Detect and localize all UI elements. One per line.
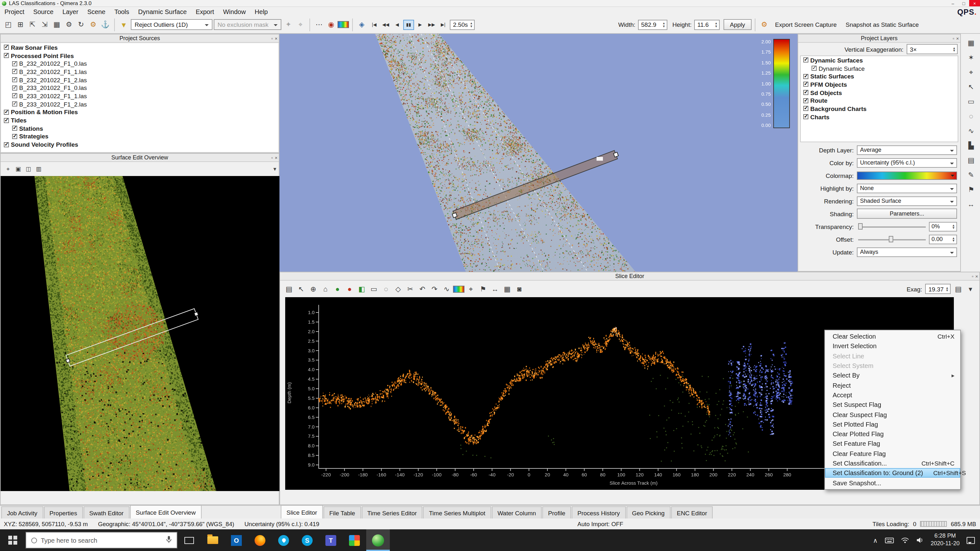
- teams-icon[interactable]: T: [319, 529, 343, 551]
- outlook-icon[interactable]: O: [224, 529, 248, 551]
- box-select-icon[interactable]: ◫: [24, 164, 33, 174]
- panel-tab[interactable]: Process History: [572, 507, 625, 518]
- checkbox-checked-icon[interactable]: [12, 77, 17, 82]
- context-menu-item[interactable]: Set Feature Flag: [825, 439, 960, 449]
- checkbox-checked-icon[interactable]: [4, 118, 9, 123]
- tree-item[interactable]: Raw Sonar Files: [1, 43, 278, 51]
- file-explorer-icon[interactable]: [201, 529, 224, 551]
- select-accept-icon[interactable]: ◧: [356, 283, 368, 295]
- context-menu-item[interactable]: Save Snapshot...: [825, 478, 960, 488]
- field-dropdown[interactable]: Always: [857, 247, 957, 257]
- target-icon[interactable]: ⌖: [965, 66, 977, 78]
- field-spinbox[interactable]: 0%: [929, 222, 957, 231]
- exclusion-mask-dropdown[interactable]: No exclusion mask: [214, 19, 282, 30]
- menu-item[interactable]: Help: [250, 7, 272, 16]
- new-window-icon[interactable]: ◰: [3, 19, 14, 30]
- close-panel-icon[interactable]: ×: [275, 35, 278, 41]
- float-panel-icon[interactable]: ▫: [972, 273, 973, 279]
- tree-item[interactable]: Position & Motion Files: [1, 108, 278, 116]
- snap-icon[interactable]: ✶: [965, 51, 977, 64]
- maps-icon[interactable]: [272, 529, 295, 551]
- menu-item[interactable]: Scene: [83, 7, 110, 16]
- spinner-arrows-icon[interactable]: [952, 224, 955, 229]
- context-menu-item[interactable]: Accept: [825, 390, 960, 400]
- tree-item[interactable]: Dynamic Surfaces: [801, 56, 958, 64]
- checkbox-checked-icon[interactable]: [803, 90, 808, 95]
- taskbar-clock[interactable]: 6:28 PM 2020-11-20: [931, 533, 959, 548]
- tree-item[interactable]: B_233_201022_F1_0.las: [1, 84, 278, 92]
- import-file-icon[interactable]: ⇲: [39, 19, 50, 30]
- checkbox-checked-icon[interactable]: [12, 94, 17, 98]
- checkbox-checked-icon[interactable]: [4, 110, 9, 115]
- checkbox-checked-icon[interactable]: [803, 114, 808, 119]
- panel-tab[interactable]: File Table: [323, 507, 361, 518]
- export-plot-icon[interactable]: ▤: [953, 283, 964, 295]
- start-button[interactable]: [0, 529, 25, 551]
- menu-item[interactable]: Dynamic Surface: [134, 7, 191, 16]
- context-menu-item[interactable]: Clear Selection Ctrl+X: [825, 332, 960, 341]
- profile-icon[interactable]: ∿: [965, 124, 977, 137]
- scissors-icon[interactable]: ✂: [404, 283, 416, 295]
- spinner-arrows-icon[interactable]: [945, 286, 949, 292]
- reject-soundings-icon[interactable]: ●: [344, 283, 355, 295]
- panel-tab[interactable]: Time Series Multiplot: [423, 507, 491, 518]
- volume-icon[interactable]: [916, 537, 924, 543]
- home-icon[interactable]: ⌂: [320, 283, 331, 295]
- width-input[interactable]: 582.9: [638, 19, 667, 30]
- select-rect-icon[interactable]: ▭: [368, 283, 380, 295]
- close-panel-icon[interactable]: ×: [975, 273, 978, 279]
- project-sources-header[interactable]: Project Sources ▫×: [1, 35, 279, 43]
- pointer-icon[interactable]: ↖: [295, 283, 307, 295]
- checkbox-checked-icon[interactable]: [12, 102, 17, 106]
- undo-icon[interactable]: ↶: [417, 283, 428, 295]
- accept-soundings-icon[interactable]: ●: [332, 283, 343, 295]
- collapse-chevron-icon[interactable]: ▾: [965, 283, 976, 295]
- refresh-icon[interactable]: ↻: [75, 19, 87, 30]
- context-menu-item[interactable]: Select By: [825, 370, 960, 380]
- matrix-icon[interactable]: ▦: [965, 37, 977, 49]
- checkbox-checked-icon[interactable]: [12, 69, 17, 74]
- slice-dot-icon[interactable]: ◉: [325, 19, 337, 30]
- tray-expand-chevron-icon[interactable]: ∧: [873, 537, 878, 544]
- context-menu-item[interactable]: Set Plotted Flag: [825, 419, 960, 429]
- pick-icon[interactable]: ⌖: [465, 283, 477, 295]
- tree-item[interactable]: Static Surfaces: [801, 72, 958, 80]
- tree-item[interactable]: Route: [801, 97, 958, 105]
- spinner-arrows-icon[interactable]: [952, 236, 955, 242]
- panel-tab[interactable]: ENC Editor: [671, 507, 713, 518]
- firefox-icon[interactable]: [248, 529, 272, 551]
- checkbox-checked-icon[interactable]: [12, 134, 17, 139]
- tree-item[interactable]: B_232_201022_F1_0.las: [1, 60, 278, 68]
- checkbox-checked-icon[interactable]: [12, 86, 17, 91]
- sound-velocity-icon[interactable]: ⚓: [100, 19, 111, 30]
- checkbox-checked-icon[interactable]: [12, 61, 17, 66]
- target-tool-icon[interactable]: ⌖: [295, 19, 306, 30]
- tree-item[interactable]: Charts: [801, 113, 958, 121]
- tree-item[interactable]: PFM Objects: [801, 80, 958, 88]
- network-wifi-icon[interactable]: [900, 537, 909, 543]
- grid-icon[interactable]: ▦: [501, 283, 513, 295]
- height-input[interactable]: 11.6: [694, 19, 720, 30]
- layers-icon[interactable]: ▤: [965, 154, 977, 167]
- snapshot-static-surface-button[interactable]: Snapshot as Static Surface: [842, 18, 923, 31]
- checkbox-checked-icon[interactable]: [803, 98, 808, 103]
- menu-item[interactable]: Source: [29, 7, 58, 16]
- checkbox-checked-icon[interactable]: [803, 74, 808, 79]
- fast-forward-icon[interactable]: ▶▶: [426, 19, 437, 30]
- panel-tab[interactable]: Time Series Editor: [361, 507, 423, 518]
- fast-backward-icon[interactable]: ◀◀: [380, 19, 391, 30]
- panel-tab[interactable]: Surface Edit Overview: [130, 505, 201, 518]
- exaggeration-spinner[interactable]: 19.37: [926, 284, 951, 294]
- panel-tab[interactable]: Water Column: [492, 507, 542, 518]
- tree-item[interactable]: Sd Objects: [801, 89, 958, 97]
- play-icon[interactable]: ▶: [415, 19, 426, 30]
- grid-box-icon[interactable]: ▥: [34, 164, 43, 174]
- select-polygon-icon[interactable]: ◇: [392, 283, 404, 295]
- minimize-button[interactable]: –: [947, 0, 958, 6]
- context-menu-item[interactable]: Clear Suspect Flag: [825, 410, 960, 420]
- context-menu-item[interactable]: Set Classification to: Ground (2) Ctrl+S…: [825, 468, 960, 478]
- export-file-icon[interactable]: ⇱: [27, 19, 38, 30]
- checkbox-checked-icon[interactable]: [803, 82, 808, 87]
- spinner-arrows-icon[interactable]: [953, 46, 956, 52]
- tree-item[interactable]: Sound Velocity Profiles: [1, 141, 278, 149]
